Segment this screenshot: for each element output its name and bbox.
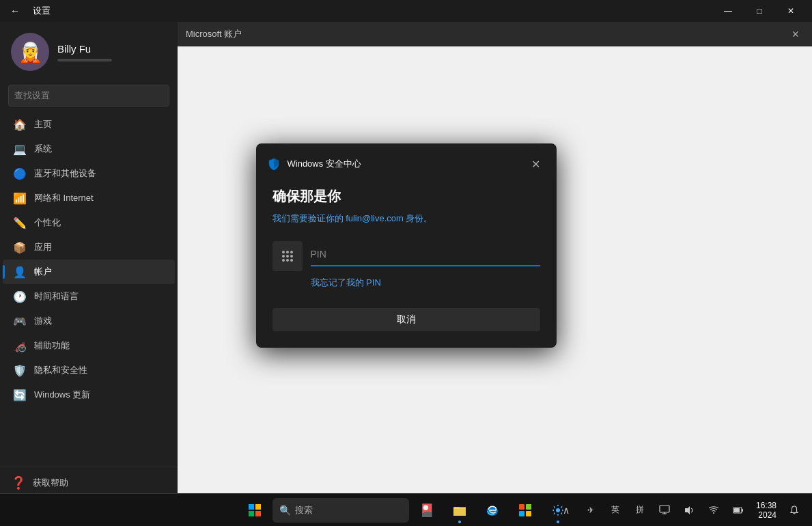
keypad-grid-icon <box>280 249 295 264</box>
battery-status-icon <box>733 505 744 516</box>
sidebar-item-network-label: 网络和 Internet <box>34 192 94 204</box>
svg-rect-26 <box>742 509 743 512</box>
file-explorer-button[interactable] <box>445 495 475 525</box>
sidebar-item-gaming-label: 游戏 <box>34 315 52 327</box>
system-icon: 💻 <box>14 143 26 155</box>
sidebar-item-privacy[interactable]: 🛡️ 隐私和安全性 <box>3 358 175 383</box>
pin-input-wrapper <box>311 246 540 266</box>
accounts-icon: 👤 <box>14 266 26 278</box>
sidebar-item-gaming[interactable]: 🎮 游戏 <box>3 309 175 333</box>
sidebar-item-time-label: 时间和语言 <box>34 290 79 303</box>
svg-rect-10 <box>255 504 261 510</box>
security-dialog-title: Windows 安全中心 <box>288 158 361 170</box>
user-name: Billy Fu <box>57 43 167 55</box>
notification-bell-icon <box>789 505 800 516</box>
edge-button[interactable] <box>477 495 507 525</box>
file-explorer-active-dot <box>458 521 461 523</box>
cancel-button[interactable]: 取消 <box>272 308 540 331</box>
svg-point-4 <box>286 255 289 258</box>
email-address: fulin@live.com <box>346 213 404 223</box>
search-section: 查找设置 <box>0 79 178 112</box>
apps-icon: 📦 <box>14 241 26 253</box>
svg-marker-24 <box>685 506 690 514</box>
sidebar-item-accessibility-label: 辅助功能 <box>34 340 70 352</box>
language-cn-indicator[interactable]: 拼 <box>630 501 649 520</box>
language-en-indicator[interactable]: 英 <box>606 501 625 520</box>
sidebar-item-accessibility[interactable]: 🦽 辅助功能 <box>3 333 175 358</box>
ms-account-titlebar: Microsoft 账户 ✕ <box>178 22 812 46</box>
volume-icon[interactable] <box>680 501 699 520</box>
security-dialog-titlebar: Windows 安全中心 ✕ <box>256 143 557 174</box>
edge-icon <box>485 503 500 518</box>
taskbar-right: ∧ ✈ 英 拼 <box>557 499 804 521</box>
windows-logo-icon <box>249 504 261 516</box>
sidebar-item-windows-update[interactable]: 🔄 Windows 更新 <box>3 383 175 407</box>
ms-account-close-button[interactable]: ✕ <box>787 26 804 42</box>
sidebar-item-privacy-label: 隐私和安全性 <box>34 364 87 376</box>
widgets-button[interactable]: 🎴 <box>412 495 442 525</box>
svg-rect-11 <box>249 511 254 516</box>
svg-point-1 <box>286 251 289 253</box>
sidebar-item-system[interactable]: 💻 系统 <box>3 137 175 161</box>
sidebar: 🧝 Billy Fu 查找设置 🏠 主页 💻 系统 <box>0 22 178 499</box>
search-placeholder: 查找设置 <box>14 89 50 102</box>
clock[interactable]: 16:38 2024 <box>753 499 779 521</box>
sidebar-item-apps-label: 应用 <box>34 241 52 253</box>
privacy-icon: 🛡️ <box>14 364 26 376</box>
windows-update-icon: 🔄 <box>14 389 26 401</box>
svg-point-7 <box>286 259 289 262</box>
notification-button[interactable] <box>785 501 804 520</box>
wifi-icon <box>708 505 719 516</box>
pin-input[interactable] <box>311 246 540 262</box>
sidebar-item-personalization-label: 个性化 <box>34 217 61 229</box>
sidebar-item-home-label: 主页 <box>34 118 52 130</box>
store-icon <box>518 503 533 518</box>
taskbar-search[interactable]: 🔍 搜索 <box>272 498 409 523</box>
svg-point-2 <box>290 251 293 253</box>
bluetooth-icon: 🔵 <box>14 167 26 180</box>
sidebar-item-time[interactable]: 🕐 时间和语言 <box>3 284 175 309</box>
search-icon: 🔍 <box>279 505 291 516</box>
sidebar-item-accounts[interactable]: 👤 帐户 <box>3 260 175 284</box>
monitor-icon <box>659 505 670 516</box>
battery-icon[interactable] <box>729 501 748 520</box>
pin-row <box>272 241 540 271</box>
taskbar-center: 🔍 搜索 🎴 <box>240 495 573 525</box>
file-explorer-icon <box>452 503 467 518</box>
security-dialog-close-button[interactable]: ✕ <box>527 154 546 174</box>
chevron-up-button[interactable]: ∧ <box>557 501 576 520</box>
home-icon: 🏠 <box>14 118 26 130</box>
security-dialog-body: 确保那是你 我们需要验证你的 fulin@live.com 身份。 <box>256 174 557 348</box>
settings-title: 设置 <box>33 5 51 17</box>
minimize-button[interactable]: — <box>712 0 744 22</box>
network-tray-icon[interactable] <box>704 501 723 520</box>
time-icon: 🕐 <box>14 290 26 303</box>
title-bar-controls: — □ ✕ <box>712 0 807 22</box>
svg-rect-9 <box>249 504 254 510</box>
sidebar-item-home[interactable]: 🏠 主页 <box>3 112 175 137</box>
close-button[interactable]: ✕ <box>775 0 807 22</box>
ms-account-title: Microsoft 账户 <box>186 28 242 40</box>
back-button[interactable]: ← <box>5 1 25 20</box>
speaker-icon <box>684 505 695 516</box>
sidebar-item-system-label: 系统 <box>34 143 52 155</box>
sidebar-item-network[interactable]: 📶 网络和 Internet <box>3 186 175 210</box>
sidebar-item-bluetooth-label: 蓝牙和其他设备 <box>34 167 96 180</box>
security-dialog-heading: 确保那是你 <box>272 187 540 206</box>
personalization-icon: ✏️ <box>14 217 26 229</box>
display-settings-icon[interactable] <box>655 501 674 520</box>
gaming-icon: 🎮 <box>14 315 26 327</box>
store-button[interactable] <box>510 495 540 525</box>
start-button[interactable] <box>240 495 270 525</box>
svg-point-0 <box>282 251 285 253</box>
forgot-pin-link[interactable]: 我忘记了我的 PIN <box>311 277 540 289</box>
sidebar-item-personalization[interactable]: ✏️ 个性化 <box>3 210 175 235</box>
clock-time: 16:38 <box>756 501 776 510</box>
svg-point-8 <box>290 259 293 262</box>
maximize-button[interactable]: □ <box>744 0 775 22</box>
sidebar-item-apps[interactable]: 📦 应用 <box>3 235 175 260</box>
user-status-bar <box>57 59 112 61</box>
sidebar-item-bluetooth[interactable]: 🔵 蓝牙和其他设备 <box>3 161 175 186</box>
search-box[interactable]: 查找设置 <box>8 85 169 107</box>
svg-point-3 <box>282 255 285 258</box>
